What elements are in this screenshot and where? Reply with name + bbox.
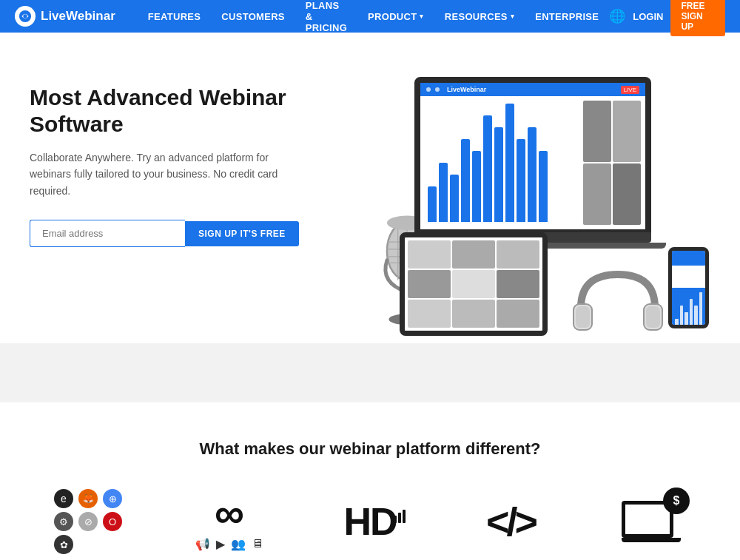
nav-link-enterprise[interactable]: ENTERPRISE [525,0,609,33]
nav-links: FEATURES CUSTOMERS PLANS & PRICING PRODU… [138,0,609,33]
speaker-icon: 📢 [195,537,210,551]
opera-icon: O [103,512,122,531]
feature-unlimited: ∞ 📢 ▶ 👥 🖥 Unlimited Customization [181,492,278,560]
infinity-icon: ∞ [215,493,244,534]
gray-band [0,343,740,402]
hero-form: SIGN UP IT'S FREE [30,220,340,247]
hero-section: Most Advanced Webinar Software Collabora… [0,33,740,343]
paid-laptop-base [622,538,681,542]
nav-link-plans[interactable]: PLANS & PRICING [295,0,357,33]
youtube-icon: ▶ [216,537,225,551]
hero-description: Collaborate Anywhere. Try an advanced pl… [30,149,296,199]
logo-icon [15,6,36,27]
features-section: What makes our webinar platform differen… [0,402,740,560]
phone-image [668,247,709,328]
domain-icon: </> [477,492,544,551]
logo-text: LiveWebinar [41,9,115,24]
globe-icon: 🌐 [609,8,625,24]
login-link[interactable]: LOGIN [633,11,663,22]
ie-icon: e [54,489,73,508]
tablet-image [400,232,548,336]
users-icon: 👥 [231,537,246,551]
hd-text-icon: HD [343,500,396,543]
monitor-icon: 🖥 [252,537,263,551]
nav-right: 🌐 LOGIN FREE SIGN UP [609,0,725,36]
navbar: LiveWebinar FEATURES CUSTOMERS PLANS & P… [0,0,740,33]
signup-button[interactable]: FREE SIGN UP [670,0,725,36]
svg-rect-16 [646,306,660,328]
feature-paid: $ Paid Webinars [603,492,699,560]
chrome-icon: ⊕ [103,489,122,508]
disabled-icon: ⊘ [78,512,98,531]
email-input[interactable] [30,220,185,247]
features-title: What makes our webinar platform differen… [30,439,710,459]
hero-title: Most Advanced Webinar Software [30,84,340,138]
paid-webinars-icon: $ [618,492,684,551]
vivaldi-icon: ✿ [54,535,73,554]
hero-text: Most Advanced Webinar Software Collabora… [30,77,340,247]
browser-access-icon: e 🦊 ⊕ ⚙ ⊘ O ✿ [56,492,122,551]
hd-quality-icon: HD [337,492,403,551]
svg-point-1 [23,14,27,18]
nav-link-resources[interactable]: RESOURCES ▾ [434,0,525,33]
feature-browser: e 🦊 ⊕ ⚙ ⊘ O ✿ Easy Browser Access [41,492,137,560]
hero-visuals: LiveWebinar LIVE [355,77,710,343]
code-brackets-icon: </> [486,499,535,544]
features-grid: e 🦊 ⊕ ⚙ ⊘ O ✿ Easy Browser Access ∞ [30,492,710,560]
signup-cta-button[interactable]: SIGN UP IT'S FREE [185,221,299,246]
nav-link-customers[interactable]: CUSTOMERS [211,0,295,33]
svg-rect-14 [576,306,590,328]
unlimited-customization-icon: ∞ 📢 ▶ 👥 🖥 [196,492,263,551]
firefox-icon: 🦊 [78,489,98,508]
nav-logo[interactable]: LiveWebinar [15,6,115,27]
resources-dropdown-arrow: ▾ [511,13,514,20]
product-dropdown-arrow: ▾ [420,13,423,20]
addon-icon: ⚙ [54,512,73,531]
feature-domain: </> Everything Under Your Domain [462,492,559,560]
nav-link-product[interactable]: PRODUCT ▾ [357,0,434,33]
headphones-icon [570,263,666,337]
dollar-bubble-icon: $ [663,488,690,514]
feature-hd: HD Clear HD Quality [322,492,418,560]
nav-link-features[interactable]: FEATURES [138,0,212,33]
